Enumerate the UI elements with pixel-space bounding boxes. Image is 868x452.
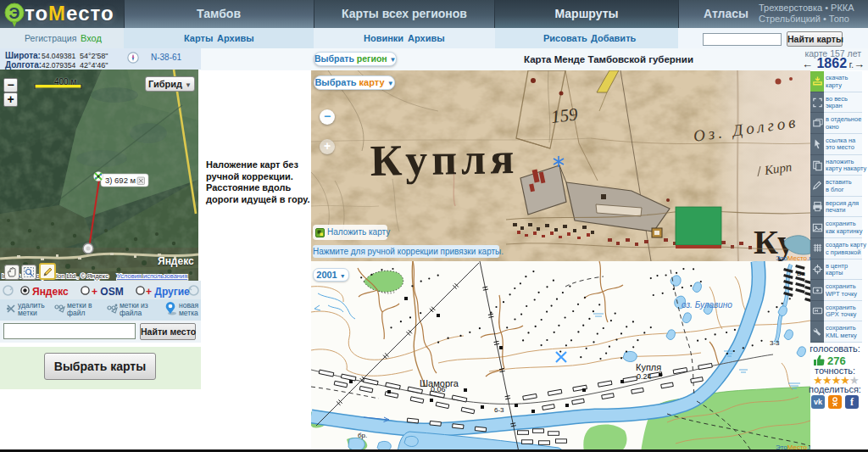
svg-text:Условия использования: Условия использования [117, 272, 187, 280]
svg-text:ЭтоМесто.ru: ЭтоМесто.ru [776, 254, 810, 261]
svg-text:оз. Булавино: оз. Булавино [682, 300, 732, 310]
svg-text:Купля: Купля [370, 134, 519, 185]
svg-text:Э: Э [9, 5, 20, 22]
svg-text:159: 159 [550, 103, 580, 127]
svg-text:0.24: 0.24 [637, 372, 652, 381]
svg-text:3) 692 м: 3) 692 м [105, 176, 136, 185]
svg-text:6-3: 6-3 [494, 406, 504, 414]
svg-text:3-3: 3-3 [770, 339, 780, 347]
svg-text:Яндекс: Яндекс [158, 255, 194, 267]
svg-text:Купля: Купля [636, 362, 661, 372]
svg-text:Ва: Ва [797, 270, 805, 277]
svg-text:бр.: бр. [358, 432, 367, 439]
svg-text:0.06: 0.06 [431, 385, 446, 393]
